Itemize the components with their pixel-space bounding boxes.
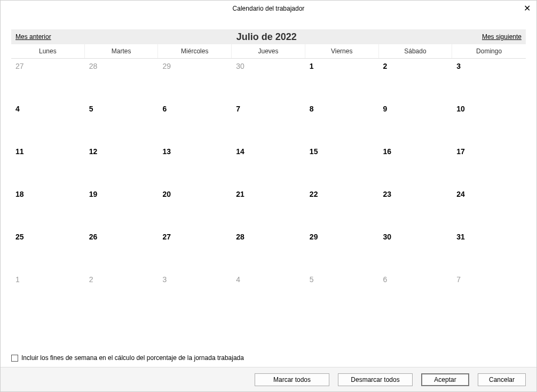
cancel-button[interactable]: Cancelar [478,373,526,386]
weekday-heading: Martes [85,44,159,58]
calendar-day[interactable]: 1 [11,272,85,315]
calendar-day[interactable]: 29 [158,59,232,101]
calendar-day[interactable]: 28 [232,229,305,272]
month-title: Julio de 2022 [236,31,297,43]
calendar: LunesMartesMiércolesJuevesViernesSábadoD… [11,44,526,315]
calendar-day[interactable]: 29 [305,229,379,272]
calendar-day[interactable]: 28 [85,59,159,101]
close-button[interactable]: ✕ [522,3,532,13]
calendar-day[interactable]: 3 [158,272,232,315]
calendar-day[interactable]: 7 [452,272,526,315]
window-title: Calendario del trabajador [233,5,305,12]
calendar-day[interactable]: 11 [11,144,85,187]
calendar-day[interactable]: 17 [452,144,526,187]
calendar-day[interactable]: 19 [85,187,159,229]
accept-button[interactable]: Aceptar [421,373,469,386]
titlebar: Calendario del trabajador ✕ [1,1,536,17]
weekday-heading: Sábado [379,44,453,58]
button-bar: Marcar todos Desmarcar todos Aceptar Can… [1,367,536,391]
weekday-heading: Lunes [11,44,85,58]
prev-month-link[interactable]: Mes anterior [15,33,51,41]
calendar-day[interactable]: 21 [232,187,305,229]
calendar-day[interactable]: 27 [158,229,232,272]
calendar-day[interactable]: 31 [452,229,526,272]
calendar-day[interactable]: 4 [232,272,305,315]
calendar-day[interactable]: 14 [232,144,305,187]
unmark-all-button[interactable]: Desmarcar todos [338,373,413,386]
calendar-day[interactable]: 24 [452,187,526,229]
calendar-day[interactable]: 9 [379,101,453,144]
calendar-day[interactable]: 8 [305,101,379,144]
calendar-day[interactable]: 27 [11,59,85,101]
include-weekends-checkbox[interactable] [11,355,18,362]
weekday-heading: Miércoles [158,44,232,58]
calendar-day[interactable]: 10 [452,101,526,144]
weekday-heading: Jueves [232,44,305,58]
calendar-day[interactable]: 4 [11,101,85,144]
calendar-day[interactable]: 30 [379,229,453,272]
calendar-day[interactable]: 2 [85,272,159,315]
calendar-day[interactable]: 25 [11,229,85,272]
weekday-heading: Domingo [452,44,526,58]
calendar-day[interactable]: 6 [379,272,453,315]
calendar-day[interactable]: 6 [158,101,232,144]
calendar-day[interactable]: 3 [452,59,526,101]
include-weekends-label: Incluir los fines de semana en el cálcul… [21,354,244,362]
calendar-day[interactable]: 7 [232,101,305,144]
calendar-day[interactable]: 30 [232,59,305,101]
calendar-day[interactable]: 5 [85,101,159,144]
calendar-day[interactable]: 18 [11,187,85,229]
calendar-day[interactable]: 15 [305,144,379,187]
calendar-day[interactable]: 22 [305,187,379,229]
month-header: Mes anterior Julio de 2022 Mes siguiente [11,29,526,44]
calendar-grid: 2728293012345678910111213141516171819202… [11,59,526,315]
calendar-day[interactable]: 23 [379,187,453,229]
calendar-day[interactable]: 5 [305,272,379,315]
calendar-day[interactable]: 2 [379,59,453,101]
calendar-day[interactable]: 13 [158,144,232,187]
calendar-day[interactable]: 20 [158,187,232,229]
calendar-day[interactable]: 12 [85,144,159,187]
weekday-heading: Viernes [305,44,379,58]
options-row: Incluir los fines de semana en el cálcul… [11,354,526,362]
next-month-link[interactable]: Mes siguiente [482,33,522,41]
close-icon: ✕ [524,3,531,13]
mark-all-button[interactable]: Marcar todos [255,373,329,386]
weekday-header: LunesMartesMiércolesJuevesViernesSábadoD… [11,44,526,59]
calendar-day[interactable]: 26 [85,229,159,272]
calendar-day[interactable]: 1 [305,59,379,101]
calendar-day[interactable]: 16 [379,144,453,187]
